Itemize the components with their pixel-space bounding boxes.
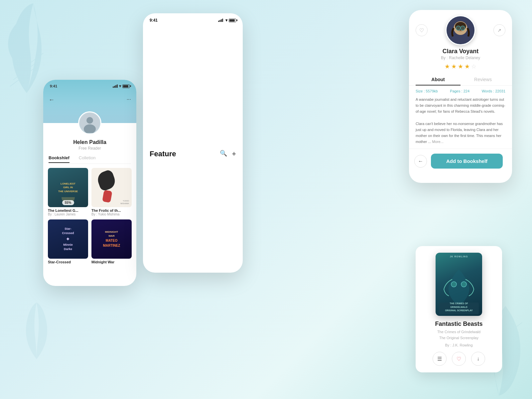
time-display-mid: 9:41 [150,18,158,23]
progress-badge-loneliest: 55% [62,200,74,205]
add-icon[interactable]: + [232,150,236,158]
status-icons: ▾ [113,84,130,88]
user-name: Helen Padilla [73,139,106,145]
time-display: 9:41 [50,84,57,88]
book-description: A wannabe journalist and reluctant astro… [409,96,512,145]
add-to-bookshelf-button[interactable]: Add to Bookshelf [431,154,503,169]
star-2: ★ [451,63,457,70]
book-card-starcrossed[interactable]: Star-Crossed✦MinnieDarke Star-Crossed [48,219,88,264]
book-card-loneliest[interactable]: LONELIESTGIRL INTHE UNIVERSE 55% The Lon… [48,168,88,216]
search-icon[interactable]: 🔍 [220,150,227,158]
tab-collection[interactable]: Colletion [79,155,96,163]
back-button-detail[interactable]: ← [414,155,427,168]
star-5: ☆ [471,63,476,70]
wishlist-button[interactable]: ♡ [416,24,428,36]
more-link[interactable]: More... [432,140,444,144]
book-title-loneliest: The Loneliest G... [48,208,88,212]
fantastic-cover: JK ROWLING THE CRIMES OFGRINDELWALDORIGI… [436,253,482,316]
fantastic-title: Fantastic Beasts [435,321,482,328]
book-detail-by: By : Rachelle Delaney [441,56,480,60]
svg-point-14 [456,26,461,30]
book-detail-name: Clara Voyant [443,48,479,55]
tab-bookshelf[interactable]: Bookshlef [49,155,69,163]
tab-about[interactable]: About [416,74,461,85]
fantastic-beasts-card: JK ROWLING THE CRIMES OFGRINDELWALDORIGI… [416,246,502,372]
star-1: ★ [445,63,450,70]
book-title-midnight: Midnight War [91,260,132,264]
book-card-frolic[interactable]: YUKIOMISHIMA The Frolic of th... By : Yu… [91,168,132,216]
svg-point-18 [461,282,466,287]
phone-mid: 9:41 ▾ Feature 🔍 + [143,13,243,273]
book-detail-avatar [446,15,475,45]
meta-words: Words : 22031 [482,89,505,93]
star-3: ★ [458,63,463,70]
svg-point-17 [451,282,457,287]
meta-pages: Pages : 224 [450,89,469,93]
star-4: ★ [465,63,470,70]
star-rating: ★ ★ ★ ★ ☆ [445,63,476,70]
tab-reviews[interactable]: Reviews [461,74,505,85]
book-title-starcrossed: Star-Crossed [48,260,88,264]
status-bar-mid: 9:41 ▾ [143,13,243,25]
svg-point-15 [461,26,465,30]
book-author-loneliest: By : Lauren James [48,212,88,216]
share-button[interactable]: ↗ [493,24,505,36]
phone-left: 9:41 ▾ ← [43,80,136,286]
fantastic-author: By : J.K. Rowling [445,343,472,347]
book-author-frolic: By : Yukio Mishima [91,212,132,216]
phone-right: ♡ ↗ Clara Voyant By : Rachelle Dela [409,10,512,183]
more-menu-button[interactable]: ··· [127,96,131,103]
download-action-button[interactable]: ↓ [471,352,485,366]
svg-point-1 [86,117,93,124]
leaf-decoration-bottom-left [17,299,57,366]
fantastic-subtitle: The Crimes of GrindelwaldThe Original Sc… [437,329,480,341]
book-card-midnight[interactable]: MIDNIGHTWARMATEOMARTINEZ Midnight War [91,219,132,264]
back-button-left[interactable]: ← [49,96,55,103]
meta-size: Size : 5579kb [416,89,438,93]
list-action-button[interactable]: ☰ [433,352,447,366]
book-title-frolic: The Frolic of th... [91,208,132,212]
user-role: Free Reader [78,146,101,151]
heart-action-button[interactable]: ♡ [452,352,466,366]
feature-title: Feature [150,150,176,158]
